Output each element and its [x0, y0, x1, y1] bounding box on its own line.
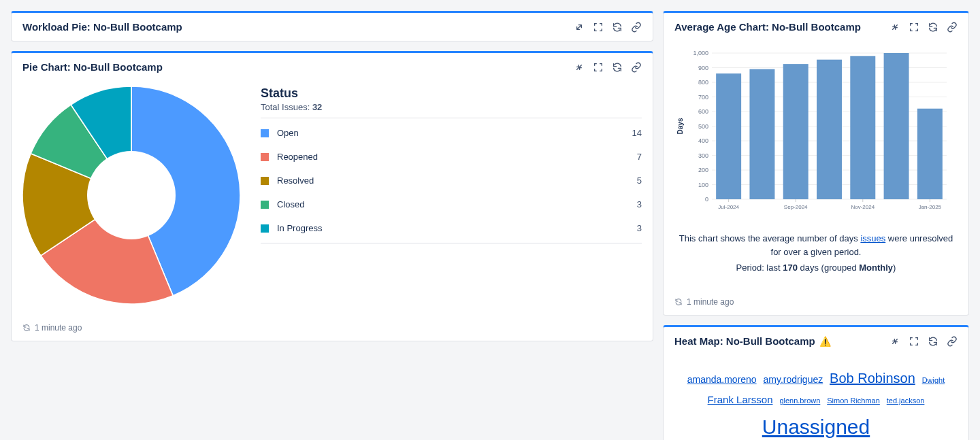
heatmap-user-link[interactable]: glenn.brown	[779, 396, 820, 405]
pie-chart-panel: Pie Chart: No-Bull Bootcamp Status	[11, 51, 653, 341]
refresh-icon[interactable]	[612, 62, 623, 73]
panel-title: Heat Map: No-Bull Bootcamp ⚠️	[674, 335, 831, 347]
timestamp: 1 minute ago	[35, 323, 82, 333]
legend-swatch	[261, 224, 269, 233]
legend-item: Open14	[261, 121, 642, 145]
link-icon[interactable]	[947, 336, 958, 347]
svg-text:Sep-2024: Sep-2024	[784, 204, 808, 210]
heatmap-panel: Heat Map: No-Bull Bootcamp ⚠️ amanda.mor…	[663, 325, 969, 440]
svg-text:400: 400	[698, 137, 708, 144]
panel-title: Pie Chart: No-Bull Bootcamp	[22, 61, 163, 73]
heatmap-user-link[interactable]: Simon Richman	[827, 396, 880, 405]
refresh-small-icon	[674, 298, 683, 306]
svg-rect-28	[884, 53, 909, 199]
collapse-icon[interactable]	[889, 336, 900, 347]
link-icon[interactable]	[631, 62, 642, 73]
svg-text:800: 800	[698, 79, 708, 86]
fullscreen-icon[interactable]	[593, 62, 604, 73]
heatmap-user-link[interactable]: Bob Robinson	[830, 371, 915, 386]
avg-age-panel: Average Age Chart: No-Bull Bootcamp 0100…	[663, 11, 969, 316]
svg-rect-29	[917, 109, 943, 199]
legend-swatch	[261, 177, 269, 185]
svg-text:500: 500	[698, 123, 708, 130]
heatmap-user-link[interactable]: ted.jackson	[887, 396, 925, 405]
legend-swatch	[261, 201, 269, 209]
legend-label: Open	[277, 128, 632, 138]
legend-item: Closed3	[261, 192, 642, 216]
legend-value: 7	[637, 152, 642, 162]
bar-chart[interactable]: 01002003004005006007008009001,000DaysJul…	[674, 46, 953, 223]
refresh-icon[interactable]	[928, 22, 938, 33]
svg-rect-27	[850, 56, 875, 199]
svg-text:Jan-2025: Jan-2025	[919, 204, 942, 210]
heatmap-user-link[interactable]: amy.rodriguez	[764, 374, 823, 385]
panel-title: Average Age Chart: No-Bull Bootcamp	[674, 21, 861, 33]
svg-text:1,000: 1,000	[693, 50, 708, 56]
collapse-icon[interactable]	[574, 62, 585, 73]
legend-value: 5	[637, 175, 642, 186]
legend-value: 14	[632, 128, 642, 138]
legend-label: Closed	[277, 199, 637, 209]
heatmap-cloud: amanda.moreno amy.rodriguez Bob Robinson…	[674, 360, 958, 440]
legend-item: Resolved5	[261, 169, 642, 192]
refresh-icon[interactable]	[928, 336, 938, 347]
workload-pie-panel: Workload Pie: No-Bull Bootcamp	[11, 11, 653, 41]
refresh-small-icon	[22, 324, 31, 332]
legend-label: Reopened	[277, 152, 637, 162]
legend-item: Reopened7	[261, 145, 642, 169]
fullscreen-icon[interactable]	[909, 336, 919, 347]
fullscreen-icon[interactable]	[909, 22, 919, 33]
heatmap-user-link[interactable]: Dwight	[922, 376, 945, 384]
legend-swatch	[261, 153, 269, 161]
heatmap-user-link[interactable]: Frank Larsson	[708, 394, 773, 405]
svg-rect-26	[817, 60, 842, 199]
bar-period: Period: last 170 days (grouped Monthly)	[674, 263, 958, 273]
svg-text:700: 700	[698, 94, 708, 101]
svg-text:200: 200	[698, 167, 708, 173]
donut-chart[interactable]	[22, 86, 240, 304]
legend-value: 3	[637, 223, 642, 233]
svg-text:100: 100	[698, 182, 708, 188]
legend-swatch	[261, 129, 269, 137]
svg-text:Days: Days	[676, 118, 684, 134]
panel-title: Workload Pie: No-Bull Bootcamp	[22, 21, 182, 33]
refresh-icon[interactable]	[612, 22, 623, 33]
warning-icon: ⚠️	[819, 336, 831, 347]
collapse-icon[interactable]	[889, 22, 900, 33]
legend-subtitle: Total Issues: 32	[261, 102, 642, 112]
heatmap-user-link[interactable]: Unassigned	[762, 416, 870, 438]
timestamp: 1 minute ago	[687, 297, 734, 307]
legend-label: In Progress	[277, 223, 637, 233]
svg-text:Jul-2024: Jul-2024	[718, 204, 739, 210]
svg-text:300: 300	[698, 152, 708, 159]
svg-rect-23	[716, 73, 741, 199]
legend-item: In Progress3	[261, 216, 642, 240]
legend-title: Status	[261, 86, 642, 101]
svg-text:0: 0	[705, 196, 708, 203]
fullscreen-icon[interactable]	[593, 22, 604, 33]
heatmap-user-link[interactable]: amanda.moreno	[687, 374, 757, 385]
issues-link[interactable]: issues	[860, 233, 885, 243]
svg-text:600: 600	[698, 108, 708, 115]
bar-description: This chart shows the average number of d…	[674, 232, 958, 258]
svg-text:900: 900	[698, 65, 708, 71]
link-icon[interactable]	[631, 22, 642, 33]
legend-value: 3	[637, 199, 642, 209]
link-icon[interactable]	[947, 22, 958, 33]
svg-rect-24	[749, 69, 774, 199]
svg-text:Nov-2024: Nov-2024	[851, 204, 875, 210]
expand-icon[interactable]	[574, 22, 585, 33]
svg-rect-25	[783, 64, 808, 199]
legend-label: Resolved	[277, 175, 637, 186]
